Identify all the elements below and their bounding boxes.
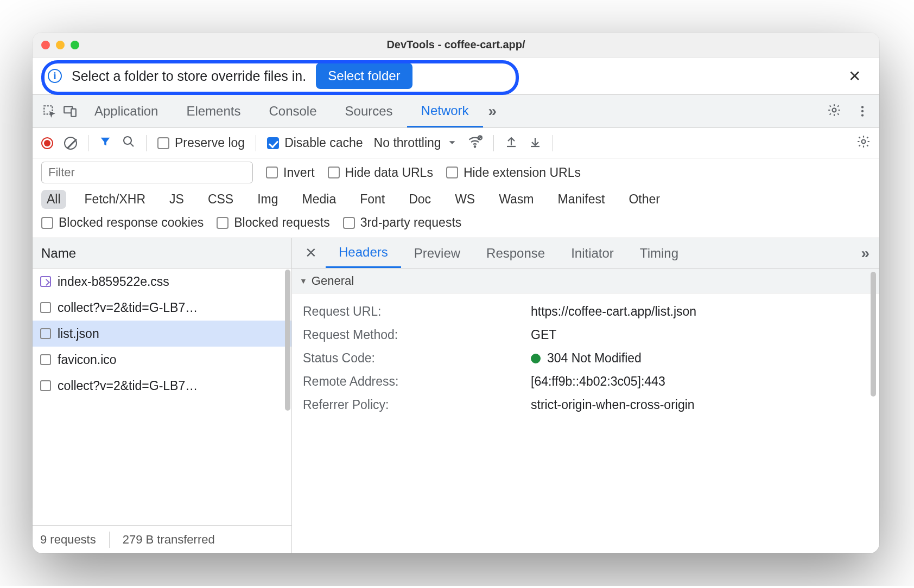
blocked-requests-checkbox[interactable]: Blocked requests	[217, 215, 329, 230]
chip-doc[interactable]: Doc	[403, 190, 436, 209]
tab-network[interactable]: Network	[407, 95, 483, 127]
invert-label: Invert	[283, 165, 315, 180]
detail-tab-timing[interactable]: Timing	[627, 238, 691, 268]
request-name: list.json	[58, 327, 99, 341]
info-icon: i	[48, 69, 62, 83]
network-split: Name index-b859522e.csscollect?v=2&tid=G…	[33, 238, 879, 553]
kv-row: Status Code:304 Not Modified	[303, 347, 868, 370]
kv-key: Request URL:	[303, 304, 531, 319]
svg-point-8	[474, 146, 475, 147]
window-maximize-button[interactable]	[71, 41, 79, 49]
hide-extension-urls-label: Hide extension URLs	[464, 165, 581, 180]
kv-value: strict-origin-when-cross-origin	[531, 398, 868, 412]
chip-media[interactable]: Media	[297, 190, 342, 209]
window-title: DevTools - coffee-cart.app/	[33, 39, 879, 51]
device-toggle-icon[interactable]	[60, 104, 80, 118]
divider	[553, 135, 553, 151]
download-har-icon[interactable]	[529, 135, 542, 151]
kv-value-text: 304 Not Modified	[547, 351, 642, 366]
chip-manifest[interactable]: Manifest	[553, 190, 611, 209]
close-detail-icon[interactable]: ✕	[296, 245, 326, 261]
kv-value: 304 Not Modified	[531, 351, 868, 366]
divider	[256, 135, 256, 151]
tab-sources[interactable]: Sources	[331, 95, 407, 127]
kv-key: Referrer Policy:	[303, 398, 531, 412]
request-row[interactable]: favicon.ico	[33, 347, 291, 373]
request-row[interactable]: list.json	[33, 321, 291, 347]
svg-point-3	[833, 108, 836, 112]
more-detail-tabs-icon[interactable]: »	[855, 245, 875, 262]
chevron-down-icon	[448, 136, 456, 150]
chip-js[interactable]: JS	[164, 190, 189, 209]
third-party-checkbox[interactable]: 3rd-party requests	[343, 215, 462, 230]
chip-all[interactable]: All	[41, 190, 66, 209]
status-dot-icon	[531, 354, 541, 363]
network-conditions-icon[interactable]	[467, 134, 483, 152]
kv-row: Referrer Policy:strict-origin-when-cross…	[303, 393, 868, 417]
tab-elements[interactable]: Elements	[172, 95, 255, 127]
invert-checkbox[interactable]: Invert	[266, 165, 315, 180]
infobar-close-icon[interactable]: ✕	[848, 67, 861, 85]
chip-ws[interactable]: WS	[449, 190, 480, 209]
detail-tab-headers[interactable]: Headers	[326, 238, 401, 268]
filter-input[interactable]	[41, 162, 253, 183]
blocked-cookies-checkbox[interactable]: Blocked response cookies	[41, 215, 204, 230]
chip-font[interactable]: Font	[354, 190, 390, 209]
request-name: favicon.ico	[58, 353, 117, 367]
select-folder-button[interactable]: Select folder	[316, 63, 412, 89]
more-tabs-icon[interactable]: »	[483, 103, 503, 120]
kv-value-text: strict-origin-when-cross-origin	[531, 398, 695, 412]
request-row[interactable]: index-b859522e.css	[33, 269, 291, 295]
kebab-menu-icon[interactable]	[852, 104, 873, 118]
svg-rect-2	[71, 109, 76, 117]
kv-value: [64:ff9b::4b02:3c05]:443	[531, 374, 868, 389]
hide-extension-urls-checkbox[interactable]: Hide extension URLs	[446, 165, 581, 180]
search-icon[interactable]	[122, 135, 135, 151]
scrollbar-thumb[interactable]	[871, 272, 876, 397]
svg-point-4	[861, 106, 864, 108]
upload-har-icon[interactable]	[505, 135, 518, 151]
override-infobar: i Select a folder to store override file…	[38, 63, 872, 89]
checkbox-icon	[266, 167, 278, 178]
detail-tab-initiator[interactable]: Initiator	[558, 238, 627, 268]
general-section-header[interactable]: ▼ General	[292, 269, 879, 293]
preserve-log-checkbox[interactable]: Preserve log	[157, 136, 245, 150]
kv-key: Request Method:	[303, 328, 531, 342]
request-list-header[interactable]: Name	[33, 238, 291, 269]
main-tabstrip: ApplicationElementsConsoleSourcesNetwork…	[33, 94, 879, 128]
divider	[88, 135, 88, 151]
kv-value: https://coffee-cart.app/list.json	[531, 304, 868, 319]
kv-row: Request URL:https://coffee-cart.app/list…	[303, 300, 868, 323]
infobar-message: Select a folder to store override files …	[72, 68, 306, 84]
request-row[interactable]: collect?v=2&tid=G-LB7…	[33, 373, 291, 399]
chip-fetchxhr[interactable]: Fetch/XHR	[79, 190, 151, 209]
chip-img[interactable]: Img	[252, 190, 283, 209]
divider	[146, 135, 147, 151]
request-name: index-b859522e.css	[58, 274, 169, 289]
tab-application[interactable]: Application	[80, 95, 172, 127]
scrollbar-thumb[interactable]	[285, 270, 290, 411]
filter-icon[interactable]	[99, 136, 111, 151]
network-settings-icon[interactable]	[856, 135, 871, 152]
chip-css[interactable]: CSS	[202, 190, 239, 209]
tab-console[interactable]: Console	[255, 95, 331, 127]
detail-tab-preview[interactable]: Preview	[401, 238, 473, 268]
request-row[interactable]: collect?v=2&tid=G-LB7…	[33, 295, 291, 321]
window-close-button[interactable]	[41, 41, 50, 49]
titlebar: DevTools - coffee-cart.app/	[33, 33, 879, 57]
detail-tab-response[interactable]: Response	[473, 238, 558, 268]
clear-button[interactable]	[64, 137, 77, 150]
blocked-requests-label: Blocked requests	[234, 215, 329, 230]
throttling-dropdown[interactable]: No throttling	[374, 136, 456, 150]
disable-cache-checkbox[interactable]: Disable cache	[267, 136, 363, 150]
svg-point-10	[862, 139, 866, 143]
hide-data-urls-checkbox[interactable]: Hide data URLs	[328, 165, 433, 180]
request-name: collect?v=2&tid=G-LB7…	[58, 379, 198, 393]
chip-wasm[interactable]: Wasm	[493, 190, 539, 209]
window-minimize-button[interactable]	[56, 41, 65, 49]
checkbox-icon	[217, 217, 228, 229]
settings-icon[interactable]	[827, 103, 841, 119]
chip-other[interactable]: Other	[623, 190, 665, 209]
record-button[interactable]	[41, 137, 53, 149]
inspect-icon[interactable]	[39, 104, 60, 118]
